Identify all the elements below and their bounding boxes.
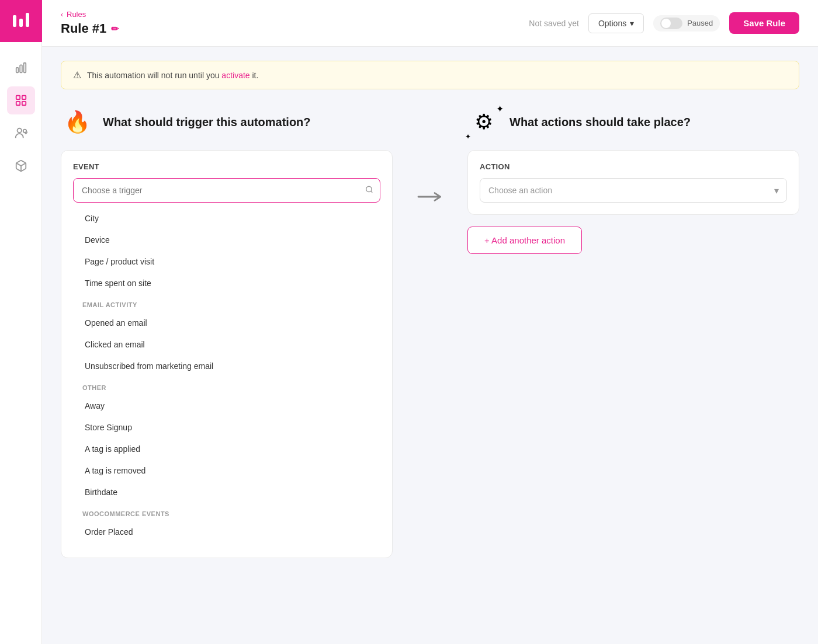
action-column: ⚙ ✦ ✦ What actions should take place? Ac… [467,106,799,254]
activate-link[interactable]: activate [221,71,249,80]
sidebar-item-products[interactable] [7,152,35,180]
dropdown-item-city[interactable]: City [75,208,378,229]
dropdown-item-order-completed[interactable]: Order Completed [75,543,378,546]
trigger-search-container [73,178,380,203]
svg-rect-1 [19,19,23,27]
dropdown-item-tag-applied[interactable]: A tag is applied [75,438,378,459]
breadcrumb[interactable]: ‹ Rules [61,10,119,19]
action-card: Action Choose an action ▾ [467,150,799,215]
action-section-title: What actions should take place? [509,116,691,129]
action-select-container: Choose an action ▾ [480,178,787,203]
warning-icon: ⚠ [73,69,81,81]
app-logo[interactable] [0,0,42,42]
trigger-card: Event City Devi [61,150,393,558]
header-left: ‹ Rules Rule #1 ✏ [61,10,119,36]
svg-point-11 [23,130,26,133]
svg-rect-5 [23,63,26,73]
paused-toggle[interactable] [660,18,682,29]
svg-point-10 [17,128,21,133]
right-arrow-icon [416,187,444,206]
svg-line-14 [371,191,373,193]
svg-rect-0 [13,15,16,27]
paused-toggle-container: Paused [653,15,720,32]
options-button[interactable]: Options ▾ [588,13,644,33]
breadcrumb-arrow-icon: ‹ [61,11,63,19]
dropdown-item-page-product-visit[interactable]: Page / product visit [75,251,378,272]
trigger-section-title: What should trigger this automation? [103,116,311,129]
dropdown-item-away[interactable]: Away [75,395,378,416]
svg-rect-3 [16,68,18,72]
automation-layout: 🔥 What should trigger this automation? E… [61,106,799,558]
page-content: ⚠ This automation will not run until you… [42,47,818,644]
dropdown-item-device[interactable]: Device [75,229,378,250]
dropdown-category-other: Other [73,377,380,395]
sidebar [0,0,42,644]
dropdown-item-clicked-email[interactable]: Clicked an email [75,334,378,355]
sidebar-item-contacts[interactable] [7,119,35,147]
arrow-connector [416,106,444,206]
action-icon: ⚙ ✦ ✦ [467,106,500,138]
main-content: ‹ Rules Rule #1 ✏ Not saved yet Options … [42,0,818,644]
page-title: Rule #1 ✏ [61,21,119,36]
warning-banner: ⚠ This automation will not run until you… [61,61,799,89]
sidebar-item-analytics[interactable] [7,54,35,82]
search-icon [365,186,373,196]
action-select[interactable]: Choose an action [480,178,787,203]
warning-text: This automation will not run until you a… [87,71,258,80]
trigger-icon: 🔥 [61,106,93,138]
dropdown-item-time-spent[interactable]: Time spent on site [75,273,378,294]
svg-rect-8 [16,102,19,105]
trigger-search-input[interactable] [73,178,380,203]
header-right: Not saved yet Options ▾ Paused Save Rule [529,12,799,34]
svg-rect-9 [22,102,25,105]
page-header: ‹ Rules Rule #1 ✏ Not saved yet Options … [42,0,818,47]
add-another-action-button[interactable]: + Add another action [467,227,582,254]
dropdown-item-opened-email[interactable]: Opened an email [75,312,378,333]
trigger-dropdown-list: City Device Page / product visit Time sp… [73,207,380,546]
svg-rect-2 [26,13,29,27]
dropdown-item-order-placed[interactable]: Order Placed [75,521,378,542]
dropdown-item-unsubscribed[interactable]: Unsubscribed from marketing email [75,356,378,377]
trigger-section-header: 🔥 What should trigger this automation? [61,106,393,138]
contacts-icon [15,127,27,140]
not-saved-status: Not saved yet [529,19,579,28]
save-rule-button[interactable]: Save Rule [729,12,799,34]
dropdown-category-email-activity: Email Activity [73,294,380,312]
dropdown-item-birthdate[interactable]: Birthdate [75,482,378,503]
svg-rect-7 [22,96,25,99]
svg-rect-6 [16,96,19,99]
logo-icon [11,11,32,32]
svg-point-13 [366,186,372,192]
action-label: Action [480,162,787,171]
dropdown-category-woocommerce: WooCommerce Events [73,503,380,521]
breadcrumb-label: Rules [67,10,86,19]
automations-icon [15,94,27,107]
chart-bar-icon [15,61,27,74]
dropdown-item-tag-removed[interactable]: A tag is removed [75,460,378,481]
trigger-column: 🔥 What should trigger this automation? E… [61,106,393,558]
options-chevron-icon: ▾ [630,19,634,28]
sidebar-nav [0,42,41,192]
svg-rect-4 [20,65,22,72]
event-label: Event [73,162,380,171]
dropdown-item-store-signup[interactable]: Store Signup [75,417,378,438]
action-section-header: ⚙ ✦ ✦ What actions should take place? [467,106,799,138]
products-icon [15,159,27,172]
paused-label: Paused [687,19,713,27]
edit-icon[interactable]: ✏ [111,23,119,34]
add-action-label: + Add another action [484,235,565,245]
sidebar-item-automations[interactable] [7,86,35,114]
